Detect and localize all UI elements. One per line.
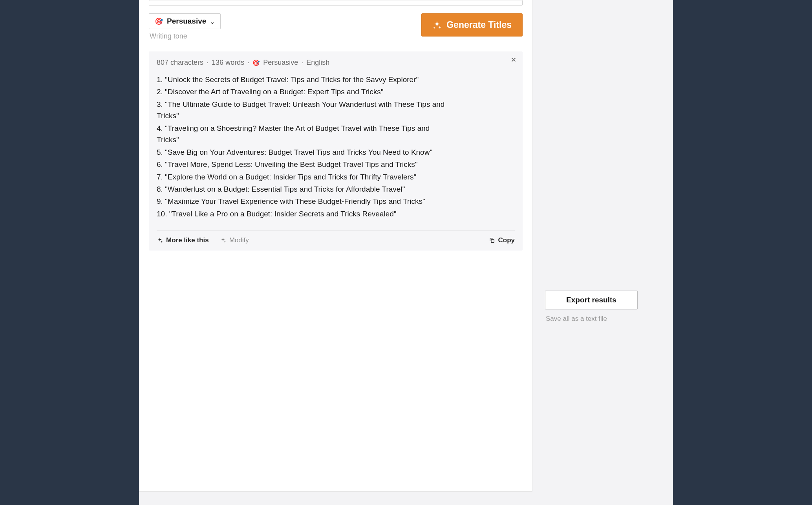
export-helper-text: Save all as a text file: [546, 315, 655, 323]
copy-icon: [489, 237, 495, 243]
svg-rect-2: [491, 240, 494, 242]
title-item: 10. "Travel Like a Pro on a Budget: Insi…: [157, 208, 447, 220]
output-meta: 807 characters · 136 words · 🎯 Persuasiv…: [157, 59, 515, 74]
title-item: 1. "Unlock the Secrets of Budget Travel:…: [157, 74, 447, 85]
title-item: 7. "Explore the World on a Budget: Insid…: [157, 171, 447, 183]
meta-tone: Persuasive: [263, 59, 298, 67]
title-item: 6. "Travel More, Spend Less: Unveiling t…: [157, 159, 447, 170]
target-icon: 🎯: [252, 59, 260, 66]
sparkle-icon: [432, 20, 442, 30]
copy-button[interactable]: Copy: [489, 236, 515, 244]
sparkle-icon: [157, 237, 163, 243]
title-item: 9. "Maximize Your Travel Experience with…: [157, 196, 447, 207]
generate-titles-button[interactable]: Generate Titles: [421, 13, 523, 37]
tone-helper-text: Writing tone: [150, 32, 221, 40]
output-card: 807 characters · 136 words · 🎯 Persuasiv…: [149, 51, 523, 251]
copy-label: Copy: [498, 236, 515, 244]
chevron-down-icon: [210, 19, 215, 24]
modify-button[interactable]: Modify: [220, 236, 249, 244]
tone-selected-value: Persuasive: [167, 17, 206, 26]
meta-words: 136 words: [212, 59, 244, 67]
target-icon: 🎯: [155, 17, 163, 26]
meta-characters: 807 characters: [157, 59, 203, 67]
tone-select[interactable]: 🎯 Persuasive: [149, 13, 221, 29]
generated-titles-list: 1. "Unlock the Secrets of Budget Travel:…: [157, 74, 447, 220]
export-label: Export results: [566, 296, 616, 304]
title-item: 8. "Wanderlust on a Budget: Essential Ti…: [157, 183, 447, 195]
close-icon[interactable]: [510, 56, 517, 65]
title-item: 5. "Save Big on Your Adventures: Budget …: [157, 146, 447, 158]
title-item: 2. "Discover the Art of Traveling on a B…: [157, 86, 447, 97]
meta-language: English: [306, 59, 329, 67]
generate-button-label: Generate Titles: [446, 20, 512, 30]
modify-label: Modify: [229, 236, 249, 244]
more-like-this-label: More like this: [166, 236, 209, 244]
sparkle-icon: [220, 237, 226, 243]
export-results-button[interactable]: Export results: [545, 291, 638, 309]
title-item: 4. "Traveling on a Shoestring? Master th…: [157, 123, 447, 146]
more-like-this-button[interactable]: More like this: [157, 236, 209, 244]
title-item: 3. "The Ultimate Guide to Budget Travel:…: [157, 99, 447, 122]
prompt-input-bottom-edge[interactable]: [149, 0, 523, 5]
